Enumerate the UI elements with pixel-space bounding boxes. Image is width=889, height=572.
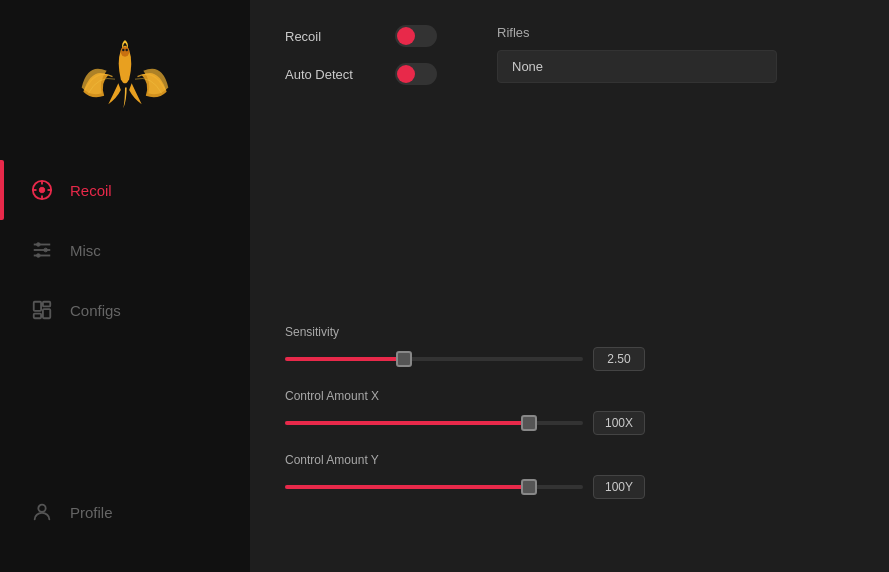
configs-icon	[30, 298, 54, 322]
svg-point-13	[44, 248, 48, 252]
control-x-label: Control Amount X	[285, 389, 854, 403]
toggles-section: Recoil Auto Detect	[285, 25, 437, 85]
phoenix-logo	[75, 30, 175, 120]
control-y-slider-row: Control Amount Y 100Y	[285, 453, 854, 499]
recoil-toggle-knob	[397, 27, 415, 45]
sensitivity-thumb[interactable]	[396, 351, 412, 367]
sidebar-item-configs[interactable]: Configs	[0, 280, 250, 340]
svg-point-19	[38, 505, 45, 512]
control-x-fill	[285, 421, 529, 425]
sensitivity-slider-container: 2.50	[285, 347, 645, 371]
auto-detect-toggle[interactable]	[395, 63, 437, 85]
control-x-slider-container: 100X	[285, 411, 645, 435]
sidebar: Recoil Misc	[0, 0, 250, 572]
control-x-slider-row: Control Amount X 100X	[285, 389, 854, 435]
dropdown-section: Rifles None	[497, 25, 777, 85]
sidebar-item-profile-label: Profile	[70, 504, 113, 521]
svg-rect-15	[34, 302, 41, 311]
sidebar-item-recoil-label: Recoil	[70, 182, 112, 199]
sensitivity-slider-row: Sensitivity 2.50	[285, 325, 854, 371]
svg-point-4	[39, 187, 45, 193]
sidebar-item-configs-label: Configs	[70, 302, 121, 319]
auto-detect-toggle-row: Auto Detect	[285, 63, 437, 85]
svg-rect-16	[34, 314, 41, 319]
svg-point-14	[37, 254, 41, 258]
control-y-fill	[285, 485, 529, 489]
nav-items: Recoil Misc	[0, 160, 250, 340]
recoil-toggle-row: Recoil	[285, 25, 437, 47]
sensitivity-label: Sensitivity	[285, 325, 854, 339]
svg-rect-17	[43, 302, 50, 307]
sliders-section: Sensitivity 2.50 Control Amount X 100X	[285, 325, 854, 499]
logo-area	[0, 20, 250, 140]
sidebar-item-recoil[interactable]: Recoil	[0, 160, 250, 220]
sidebar-item-misc[interactable]: Misc	[0, 220, 250, 280]
recoil-toggle[interactable]	[395, 25, 437, 47]
main-content: Recoil Auto Detect Rifles None Sensitivi…	[250, 0, 889, 572]
top-section: Recoil Auto Detect Rifles None	[285, 25, 854, 85]
sidebar-item-misc-label: Misc	[70, 242, 101, 259]
sidebar-item-profile[interactable]: Profile	[0, 482, 250, 542]
auto-detect-toggle-knob	[397, 65, 415, 83]
control-y-track[interactable]	[285, 485, 583, 489]
sensitivity-track[interactable]	[285, 357, 583, 361]
sensitivity-fill	[285, 357, 404, 361]
control-y-label: Control Amount Y	[285, 453, 854, 467]
control-x-value: 100X	[593, 411, 645, 435]
control-x-track[interactable]	[285, 421, 583, 425]
control-y-thumb[interactable]	[521, 479, 537, 495]
misc-icon	[30, 238, 54, 262]
svg-point-1	[122, 49, 125, 52]
profile-icon	[30, 500, 54, 524]
control-y-slider-container: 100Y	[285, 475, 645, 499]
svg-point-0	[121, 47, 129, 57]
auto-detect-toggle-label: Auto Detect	[285, 67, 375, 82]
weapon-dropdown[interactable]: None	[497, 50, 777, 83]
dropdown-category-label: Rifles	[497, 25, 777, 40]
recoil-toggle-label: Recoil	[285, 29, 375, 44]
control-y-value: 100Y	[593, 475, 645, 499]
sensitivity-value: 2.50	[593, 347, 645, 371]
svg-point-12	[37, 243, 41, 247]
svg-point-2	[125, 49, 128, 52]
control-x-thumb[interactable]	[521, 415, 537, 431]
recoil-icon	[30, 178, 54, 202]
middle-area	[285, 115, 854, 315]
svg-rect-18	[43, 309, 50, 318]
